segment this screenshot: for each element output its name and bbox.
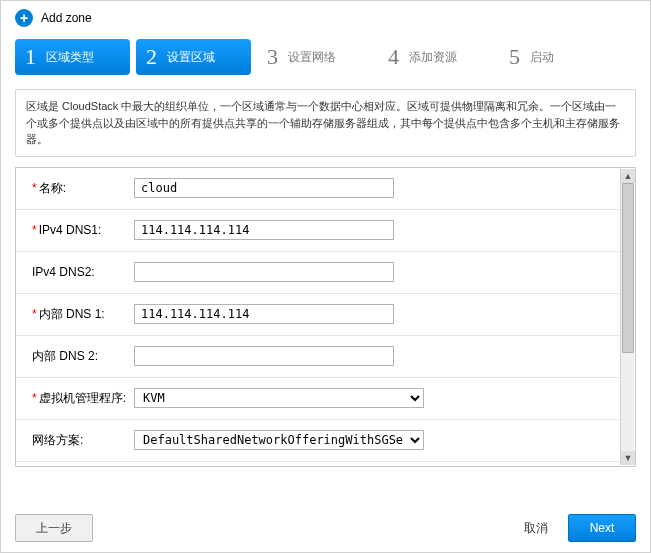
ipv4-dns1-input[interactable] xyxy=(134,220,394,240)
step-label: 设置网络 xyxy=(288,49,336,66)
step-label: 添加资源 xyxy=(409,49,457,66)
step-setup-network[interactable]: 3 设置网络 xyxy=(257,39,372,75)
step-add-resources[interactable]: 4 添加资源 xyxy=(378,39,493,75)
step-num: 5 xyxy=(509,44,520,70)
cancel-button[interactable]: 取消 xyxy=(524,520,548,537)
label-name: *名称: xyxy=(26,180,134,197)
label-network-offering: 网络方案: xyxy=(26,432,134,449)
row-internal-dns1: *内部 DNS 1: xyxy=(16,294,619,336)
wizard-header: + Add zone xyxy=(1,1,650,35)
row-network-offering: 网络方案: DefaultSharedNetworkOfferingWithSG… xyxy=(16,420,619,462)
scroll-up-icon[interactable]: ▲ xyxy=(621,169,635,183)
row-internal-dns2: 内部 DNS 2: xyxy=(16,336,619,378)
label-hypervisor: *虚拟机管理程序: xyxy=(26,390,134,407)
zone-description: 区域是 CloudStack 中最大的组织单位，一个区域通常与一个数据中心相对应… xyxy=(15,89,636,157)
form-scrollbar[interactable]: ▲ ▼ xyxy=(620,169,634,465)
step-num: 3 xyxy=(267,44,278,70)
step-label: 启动 xyxy=(530,49,554,66)
required-mark: * xyxy=(32,391,37,405)
hypervisor-select[interactable]: KVM xyxy=(134,388,424,408)
name-input[interactable] xyxy=(134,178,394,198)
zone-form: *名称: *IPv4 DNS1: IPv4 DNS2: *内部 DNS 1: 内… xyxy=(15,167,636,467)
row-name: *名称: xyxy=(16,168,619,210)
scroll-down-icon[interactable]: ▼ xyxy=(621,451,635,465)
internal-dns2-input[interactable] xyxy=(134,346,394,366)
next-button[interactable]: Next xyxy=(568,514,636,542)
label-internal-dns1: *内部 DNS 1: xyxy=(26,306,134,323)
ipv4-dns2-input[interactable] xyxy=(134,262,394,282)
step-setup-zone[interactable]: 2 设置区域 xyxy=(136,39,251,75)
step-launch[interactable]: 5 启动 xyxy=(499,39,614,75)
network-offering-select[interactable]: DefaultSharedNetworkOfferingWithSGServic… xyxy=(134,430,424,450)
step-zone-type[interactable]: 1 区域类型 xyxy=(15,39,130,75)
internal-dns1-input[interactable] xyxy=(134,304,394,324)
row-ipv4-dns2: IPv4 DNS2: xyxy=(16,252,619,294)
label-ipv4-dns2: IPv4 DNS2: xyxy=(26,265,134,279)
step-num: 2 xyxy=(146,44,157,70)
label-ipv4-dns1: *IPv4 DNS1: xyxy=(26,223,134,237)
wizard-footer: 上一步 取消 Next xyxy=(15,514,636,542)
prev-button[interactable]: 上一步 xyxy=(15,514,93,542)
step-label: 设置区域 xyxy=(167,49,215,66)
plus-icon: + xyxy=(15,9,33,27)
required-mark: * xyxy=(32,181,37,195)
label-internal-dns2: 内部 DNS 2: xyxy=(26,348,134,365)
step-label: 区域类型 xyxy=(46,49,94,66)
step-list: 1 区域类型 2 设置区域 3 设置网络 4 添加资源 5 启动 xyxy=(1,35,650,85)
row-ipv4-dns1: *IPv4 DNS1: xyxy=(16,210,619,252)
step-num: 4 xyxy=(388,44,399,70)
required-mark: * xyxy=(32,223,37,237)
required-mark: * xyxy=(32,307,37,321)
wizard-title: Add zone xyxy=(41,11,92,25)
row-hypervisor: *虚拟机管理程序: KVM xyxy=(16,378,619,420)
step-num: 1 xyxy=(25,44,36,70)
scroll-thumb[interactable] xyxy=(622,183,634,353)
